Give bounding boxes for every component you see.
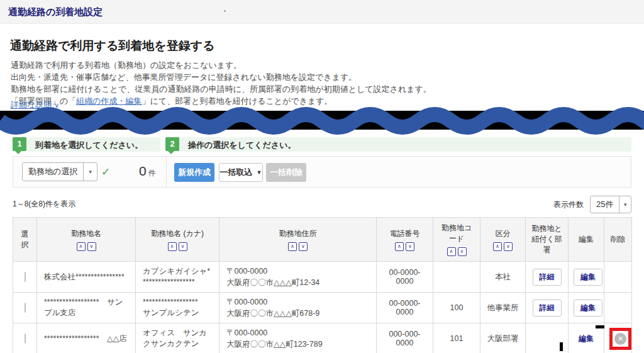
cell-phone: 000-000-0000 xyxy=(377,323,433,353)
per-page-label: 表示件数 xyxy=(553,199,584,210)
cell-phone: 00-0000-0000 xyxy=(377,293,433,323)
annotation-highlight-box: ✕ xyxy=(609,328,631,350)
page-titlebar: 通勤経路の到着地設定 xyxy=(0,0,644,24)
header-delete: 削除 xyxy=(604,218,632,262)
header-name-label: 勤務地名 xyxy=(42,228,130,239)
bulk-import-label: 一括取込 xyxy=(220,167,253,178)
per-page-value: 25件 xyxy=(591,199,619,210)
header-kubun-label: 区分 xyxy=(486,228,520,239)
cell-kana: オフィス サンカクサンカクテン xyxy=(136,323,219,353)
sort-asc-icon[interactable]: ∧ xyxy=(447,247,456,256)
step-2-label: 操作の選択をしてください。 xyxy=(188,140,296,151)
row-checkbox[interactable] xyxy=(25,272,26,282)
row-checkbox[interactable] xyxy=(25,333,26,344)
destination-select-value: 勤務地の選択 xyxy=(23,166,83,177)
per-page-select[interactable]: 25件 ▼ xyxy=(590,196,631,213)
cell-kubun: 本社 xyxy=(480,262,526,293)
address-line: 大阪府〇〇市△△町123-789 xyxy=(226,339,369,350)
sort-asc-icon[interactable]: ∧ xyxy=(493,242,502,251)
delete-row-icon[interactable]: ✕ xyxy=(614,333,626,345)
zip-code: 〒000-0000 xyxy=(226,296,369,308)
cell-kubun: 大阪部署 xyxy=(480,323,526,353)
bulk-import-button[interactable]: 一括取込 ▼ xyxy=(219,163,263,182)
edit-link[interactable]: 編集 xyxy=(579,334,594,343)
bulk-delete-button[interactable]: 一括削除 xyxy=(266,163,306,182)
intro-line-2: 出向先・派遣先・催事店舗など、他事業所管理データに登録されない勤務地を設定できま… xyxy=(11,71,431,83)
screenshot-artifact-dot xyxy=(224,10,226,12)
header-kana-label: 勤務地名 (カナ) xyxy=(141,228,214,239)
step-1-label: 到着地を選択してください。 xyxy=(35,140,143,151)
caret-down-icon: ▼ xyxy=(257,169,262,176)
cell-code: 101 xyxy=(433,323,480,353)
header-edit: 編集 xyxy=(569,218,604,262)
header-phone-label: 電話番号 xyxy=(382,228,428,239)
cell-kana: ****************** サンプルシテン xyxy=(136,293,219,323)
table-row: ****************** △△店 オフィス サンカクサンカクテン 〒… xyxy=(13,323,632,353)
page-title: 通勤経路の到着地設定 xyxy=(8,6,103,18)
cell-phone: 00-0000-0000 xyxy=(377,262,433,293)
header-kana: 勤務地名 (カナ) ∧∨ xyxy=(136,218,219,262)
row-checkbox[interactable] xyxy=(25,303,26,313)
result-range-text: 1～8(全8)件を表示 xyxy=(13,199,75,210)
create-new-button[interactable]: 新規作成 xyxy=(174,163,214,182)
cell-delete xyxy=(604,262,632,293)
check-icon: ✓ xyxy=(101,165,110,179)
cell-name: ****************** △△店 xyxy=(37,323,136,353)
detail-button[interactable]: 詳細 xyxy=(533,269,562,286)
table-row: ****************** サンプル支店 **************… xyxy=(13,293,632,323)
sort-asc-icon[interactable]: ∧ xyxy=(395,242,404,251)
cell-name: 株式会社**************** xyxy=(37,262,136,293)
intro-description: 通勤経路で利用する到着地（勤務地）の設定をおこないます。 出向先・派遣先・催事店… xyxy=(11,59,431,107)
sort-desc-icon[interactable]: ∨ xyxy=(504,242,513,251)
sort-desc-icon[interactable]: ∨ xyxy=(179,242,187,251)
cell-address: 〒000-0000 大阪府〇〇市△△町123-789 xyxy=(219,323,377,353)
edit-button[interactable]: 編集 xyxy=(574,269,602,286)
step-1-bar: 1 到着地を選択してください。 xyxy=(13,137,160,152)
caret-down-icon: ▼ xyxy=(619,196,631,213)
annotation-dash-mark xyxy=(596,325,604,328)
header-code: 勤務地コード ∧∨ xyxy=(433,218,480,262)
header-select: 選択 xyxy=(13,218,37,262)
sort-desc-icon[interactable]: ∨ xyxy=(406,242,414,251)
header-code-label: 勤務地コード xyxy=(438,223,475,244)
table-row: 株式会社**************** カブシキガイシャ***********… xyxy=(13,262,632,293)
sort-desc-icon[interactable]: ∨ xyxy=(299,242,308,251)
address-line: 大阪府〇〇市△△△町12-34 xyxy=(226,277,369,288)
header-kubun: 区分 ∧∨ xyxy=(480,218,526,262)
cell-kubun: 他事業所 xyxy=(480,293,526,323)
cell-delete xyxy=(604,293,632,323)
actions-toolbar: 勤務地の選択 ▼ ✓ 0件 新規作成 一括取込 ▼ 一括削除 xyxy=(13,156,631,188)
detail-button[interactable]: 詳細 xyxy=(533,300,562,317)
header-phone: 電話番号 ∧∨ xyxy=(377,218,433,262)
redaction-wave xyxy=(0,104,644,137)
sort-asc-icon[interactable]: ∧ xyxy=(77,242,86,251)
sort-desc-icon[interactable]: ∨ xyxy=(87,242,96,251)
cell-name: ****************** サンプル支店 xyxy=(37,293,136,323)
header-name: 勤務地名 ∧∨ xyxy=(37,218,136,262)
step-2-badge: 2 xyxy=(165,137,179,151)
annotation-bar-mark xyxy=(560,342,563,351)
cell-kana: カブシキガイシャ****************** xyxy=(136,262,219,293)
address-line: 大阪府〇〇市△△△町678-9 xyxy=(226,308,369,319)
zip-code: 〒000-0000 xyxy=(226,327,369,339)
per-page-control: 表示件数 25件 ▼ xyxy=(553,196,631,213)
edit-button[interactable]: 編集 xyxy=(574,300,602,317)
selected-count-value: 0 xyxy=(139,164,147,178)
section-heading: 通勤経路で利用する到着地を登録する xyxy=(10,38,215,54)
sort-asc-icon[interactable]: ∧ xyxy=(168,242,177,251)
intro-line-1: 通勤経路で利用する到着地（勤務地）の設定をおこないます。 xyxy=(11,59,431,71)
sort-asc-icon[interactable]: ∧ xyxy=(288,242,297,251)
cell-code xyxy=(433,262,480,293)
header-dept: 勤務地と紐付く部署 xyxy=(526,218,569,262)
table-header-row: 選択 勤務地名 ∧∨ 勤務地名 (カナ) ∧∨ 勤務地住所 ∧∨ 電話番号 ∧∨… xyxy=(13,218,632,262)
destination-select[interactable]: 勤務地の選択 ▼ xyxy=(22,162,97,181)
selected-count: 0件 xyxy=(139,164,156,179)
toolbar-divider xyxy=(166,157,167,187)
step-2-bar: 2 操作の選択をしてください。 xyxy=(165,137,631,152)
sort-desc-icon[interactable]: ∨ xyxy=(458,247,467,256)
header-address-label: 勤務地住所 xyxy=(225,228,371,239)
intro-line-3: 勤務地を部署に紐付けることで、従業員の通勤経路の申請時に、所属部署の到着地が初期… xyxy=(11,83,431,95)
caret-down-icon: ▼ xyxy=(83,163,97,181)
header-address: 勤務地住所 ∧∨ xyxy=(219,218,377,262)
cell-address: 〒000-0000 大阪府〇〇市△△△町678-9 xyxy=(219,293,377,323)
